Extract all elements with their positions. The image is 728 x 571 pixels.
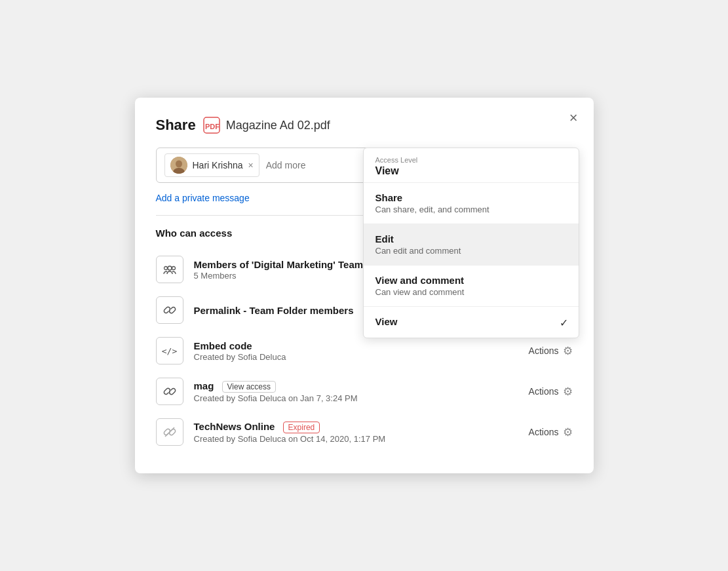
actions-label: Actions <box>529 386 559 397</box>
svg-text:PDF: PDF <box>205 123 220 130</box>
access-level-dropdown: Access Level View Share Can share, edit,… <box>363 148 579 338</box>
embed-code-icon: </> <box>156 337 183 364</box>
share-modal: Share PDF Magazine Ad 02.pdf × Hari Kris… <box>135 98 594 473</box>
dropdown-option-edit[interactable]: Edit Can edit and comment <box>364 224 579 265</box>
gear-icon: ⚙ <box>563 344 573 358</box>
svg-point-3 <box>176 161 182 168</box>
dropdown-option-view[interactable]: View <box>364 307 579 338</box>
modal-header: Share PDF Magazine Ad 02.pdf × <box>156 116 573 134</box>
dropdown-option-share-title: Share <box>375 192 567 203</box>
dropdown-option-view-comment[interactable]: View and comment Can view and comment <box>364 266 579 306</box>
dropdown-option-edit-desc: Can edit and comment <box>375 246 567 256</box>
access-item-title: TechNews Online Expired <box>194 421 518 433</box>
avatar <box>170 157 187 174</box>
actions-label: Actions <box>529 345 559 356</box>
actions-button[interactable]: Actions ⚙ <box>529 425 573 439</box>
actions-label: Actions <box>529 427 559 437</box>
gear-icon: ⚙ <box>563 385 573 399</box>
list-item: TechNews Online Expired Created by Sofia… <box>156 412 573 452</box>
gear-icon: ⚙ <box>563 425 573 439</box>
view-access-badge: View access <box>222 381 276 393</box>
access-item-sub: Created by Sofia Deluca on Oct 14, 2020,… <box>194 434 518 444</box>
dropdown-option-share-desc: Can share, edit, and comment <box>375 205 567 214</box>
dropdown-option-view-comment-title: View and comment <box>375 275 567 286</box>
recipient-tag: Hari Krishna × <box>164 153 259 177</box>
dropdown-option-edit-title: Edit <box>375 233 567 245</box>
access-item-title: mag View access <box>194 380 518 393</box>
expired-badge: Expired <box>283 422 320 433</box>
dropdown-option-share[interactable]: Share Can share, edit, and comment <box>364 183 579 224</box>
dropdown-header-value: View <box>375 165 399 176</box>
access-item-sub: Created by Sofia Deluca on Jan 7, 3:24 P… <box>194 393 518 403</box>
modal-filename: Magazine Ad 02.pdf <box>226 119 330 132</box>
dropdown-header-label: Access Level <box>375 156 567 164</box>
dropdown-option-view-title: View <box>375 316 567 327</box>
actions-button[interactable]: Actions ⚙ <box>529 385 573 399</box>
svg-point-7 <box>172 267 175 270</box>
svg-point-6 <box>164 267 167 270</box>
dropdown-option-view-comment-desc: Can view and comment <box>375 287 567 297</box>
access-item-info: mag View access Created by Sofia Deluca … <box>194 380 518 403</box>
access-item-title: Embed code <box>194 340 518 351</box>
access-item-info: Embed code Created by Sofia Deluca <box>194 340 518 362</box>
recipient-remove-button[interactable]: × <box>248 161 254 170</box>
actions-button[interactable]: Actions ⚙ <box>529 344 573 358</box>
team-folder-icon <box>156 256 183 283</box>
technews-link-icon <box>156 418 183 446</box>
recipient-name: Hari Krishna <box>193 160 243 170</box>
permalink-team-icon <box>156 296 183 324</box>
share-row-wrapper: Hari Krishna × Access Level View ▾ Share… <box>156 148 573 183</box>
svg-point-5 <box>168 266 172 270</box>
svg-line-8 <box>165 427 174 437</box>
close-button[interactable]: × <box>569 111 578 125</box>
access-item-info: TechNews Online Expired Created by Sofia… <box>194 421 518 444</box>
modal-title: Share <box>156 117 196 134</box>
mag-link-icon <box>156 378 183 405</box>
private-message-link[interactable]: Add a private message <box>156 193 250 203</box>
access-item-sub: Created by Sofia Deluca <box>194 352 518 362</box>
pdf-icon: PDF <box>202 116 221 134</box>
dropdown-header: Access Level View <box>364 148 579 183</box>
list-item: mag View access Created by Sofia Deluca … <box>156 371 573 412</box>
